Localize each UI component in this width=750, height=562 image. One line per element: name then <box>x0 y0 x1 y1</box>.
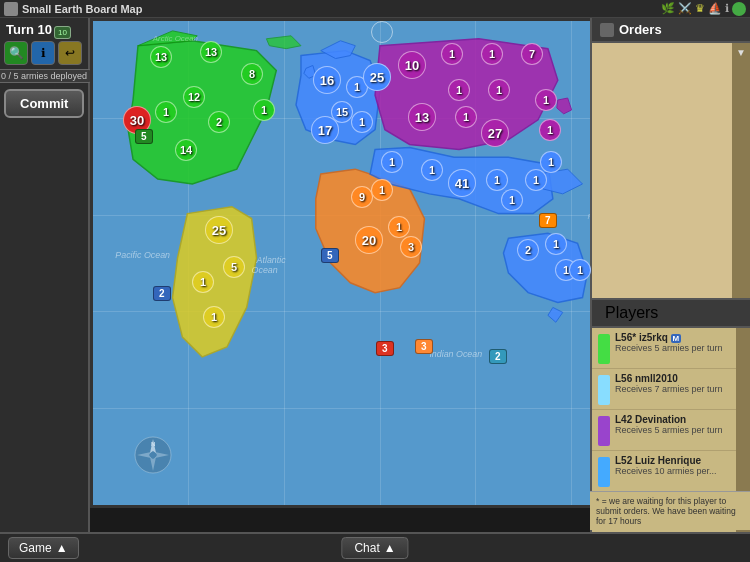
turn-mini-icon: 10 <box>54 26 71 39</box>
badge-blue2: 5 <box>321 248 339 263</box>
turn-label: Turn 10 <box>6 22 52 37</box>
player-color-4 <box>598 457 610 487</box>
army-na7: 14 <box>175 139 197 161</box>
chevron-up-icon: ▲ <box>56 541 68 555</box>
army-ru9: 27 <box>481 119 509 147</box>
player-armies-3: Receives 5 armies per turn <box>615 425 744 437</box>
player-color-2 <box>598 375 610 405</box>
map-area[interactable]: Pacific Ocean Atlantic Ocean Arctic Ocea… <box>90 18 670 508</box>
badge-orange1: 3 <box>415 339 433 354</box>
title-bar-icons: 🌿 ⚔️ ♛ ⛵ ℹ <box>661 2 746 16</box>
army-as4: 1 <box>486 169 508 191</box>
right-panel: Orders ▼ Players L56* iz5rkq M <box>590 18 750 562</box>
svg-text:Atlantic: Atlantic <box>256 255 287 265</box>
army-ru8: 1 <box>455 106 477 128</box>
player-armies-2: Receives 7 armies per turn <box>615 384 744 396</box>
svg-text:N: N <box>151 441 155 447</box>
army-eu1: 16 <box>313 66 341 94</box>
army-na6: 2 <box>208 111 230 133</box>
army-na5: 1 <box>155 101 177 123</box>
player-name-4: L52 Luiz Henrique <box>615 455 744 466</box>
army-af2: 20 <box>355 226 383 254</box>
army-ru2: 1 <box>441 43 463 65</box>
player-color-1 <box>598 334 610 364</box>
chevron-up-icon-2: ▲ <box>384 541 396 555</box>
orders-section: Orders ▼ <box>592 18 750 298</box>
armies-deployed: 0 / 5 armies deployed <box>0 69 92 83</box>
svg-text:Ocean: Ocean <box>252 265 278 275</box>
army-ru4: 7 <box>521 43 543 65</box>
army-eu5: 17 <box>311 116 339 144</box>
scroll-down-arrow[interactable]: ▼ <box>736 47 746 58</box>
player-item-3: L42 Devination Receives 5 armies per tur… <box>592 410 750 451</box>
grid-line <box>284 21 285 505</box>
army-as3: 41 <box>448 169 476 197</box>
grid-line <box>380 21 381 505</box>
orders-title: Orders <box>619 22 662 37</box>
player-name-3: L42 Devination <box>615 414 744 425</box>
badge-teal1: 2 <box>489 349 507 364</box>
status-dot <box>732 2 746 16</box>
badge-blue1: 2 <box>153 286 171 301</box>
army-sa1: 25 <box>205 216 233 244</box>
army-ru3: 1 <box>481 43 503 65</box>
waiting-note: * = we are waiting for this player to su… <box>590 491 750 530</box>
army-eu6: 1 <box>351 111 373 133</box>
army-as6: 1 <box>525 169 547 191</box>
player-item-4: L52 Luiz Henrique Receives 10 armies per… <box>592 451 750 492</box>
back-button[interactable]: ↩ <box>58 41 82 65</box>
army-ru1: 10 <box>398 51 426 79</box>
army-as5: 1 <box>501 189 523 211</box>
left-panel: Turn 10 10 🔍 ℹ ↩ 0 / 5 armies deployed C… <box>0 18 90 562</box>
compass-rose: N <box>133 435 173 475</box>
army-ru6: 1 <box>488 79 510 101</box>
army-as2: 1 <box>421 159 443 181</box>
army-sa2: 5 <box>223 256 245 278</box>
commit-button[interactable]: Commit <box>4 89 84 118</box>
orders-scrollbar[interactable]: ▼ <box>732 43 750 298</box>
player-badge-1: M <box>671 334 682 343</box>
orders-icon <box>600 23 614 37</box>
player-info-1: L56* iz5rkq M Receives 5 armies per turn <box>615 332 744 355</box>
army-ru7: 13 <box>408 103 436 131</box>
army-af4: 3 <box>400 236 422 258</box>
army-na8: 1 <box>253 99 275 121</box>
player-info-2: L56 nmll2010 Receives 7 armies per turn <box>615 373 744 396</box>
army-sa3: 1 <box>192 271 214 293</box>
crown-icon: ♛ <box>695 2 705 15</box>
toolbar-icons: 🔍 ℹ ↩ <box>4 41 82 65</box>
orders-content: ▼ <box>592 43 750 298</box>
ship-icon: ⛵ <box>708 2 722 15</box>
army-ru11: 1 <box>539 119 561 141</box>
leaf-icon: 🌿 <box>661 2 675 15</box>
chat-button[interactable]: Chat ▲ <box>341 537 408 559</box>
players-title: Players <box>605 304 658 322</box>
sword-icon: ⚔️ <box>678 2 692 15</box>
player-armies-1: Receives 5 armies per turn <box>615 343 744 355</box>
player-item-2: L56 nmll2010 Receives 7 armies per turn <box>592 369 750 410</box>
info-circle-icon: ℹ <box>725 2 729 15</box>
army-ru5: 1 <box>448 79 470 101</box>
window-icon <box>4 2 18 16</box>
player-item-1: L56* iz5rkq M Receives 5 armies per turn <box>592 328 750 369</box>
grid-line <box>475 21 476 505</box>
army-na4: 12 <box>183 86 205 108</box>
zoom-button[interactable]: 🔍 <box>4 41 28 65</box>
player-name-2: L56 nmll2010 <box>615 373 744 384</box>
army-na1: 13 <box>150 46 172 68</box>
game-button[interactable]: Game ▲ <box>8 537 79 559</box>
bottom-bar: Game ▲ Chat ▲ <box>0 532 750 562</box>
window-title: Small Earth Board Map <box>22 3 142 15</box>
info-button[interactable]: ℹ <box>31 41 55 65</box>
badge-orange2: 7 <box>539 213 557 228</box>
player-armies-4: Receives 10 armies per... <box>615 466 744 478</box>
army-au4: 1 <box>569 259 591 281</box>
badge-green1: 5 <box>135 129 153 144</box>
army-na2: 13 <box>200 41 222 63</box>
badge-red2: 3 <box>376 341 394 356</box>
title-bar: Small Earth Board Map 🌿 ⚔️ ♛ ⛵ ℹ <box>0 0 750 18</box>
army-as7: 1 <box>540 151 562 173</box>
player-name-1: L56* iz5rkq M <box>615 332 744 343</box>
player-info-3: L42 Devination Receives 5 armies per tur… <box>615 414 744 437</box>
army-eu3: 25 <box>363 63 391 91</box>
